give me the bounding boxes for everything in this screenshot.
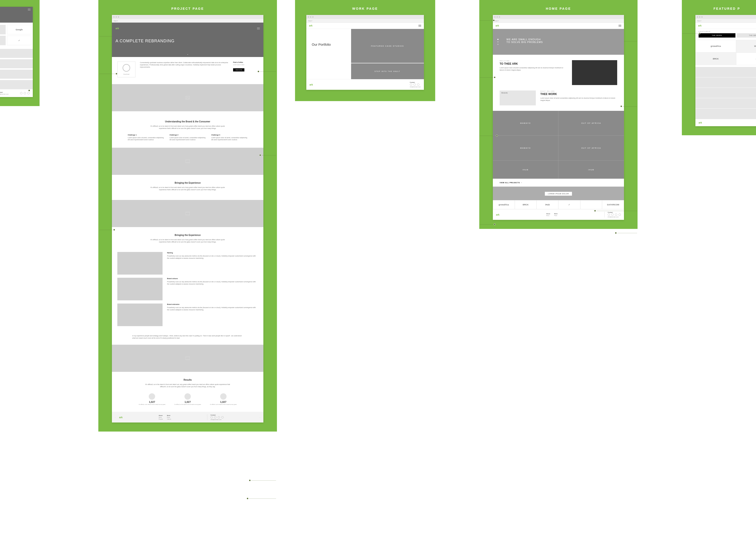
project-tile[interactable]: iHUB [493, 161, 558, 179]
view-site-button[interactable]: VIEW SITE [233, 68, 245, 72]
client-logo: Google [7, 25, 32, 34]
artboard-featured: FEATURED P INTROTab selector between fea… [682, 0, 756, 135]
client-logo[interactable]: BRCK [695, 53, 736, 65]
hero-line-1: WE ARE SMALL ENOUGH [506, 38, 610, 41]
cta-button[interactable]: LOREM IPSUM DOLOR [545, 192, 572, 195]
project-tile[interactable]: OUT OF AFRICA [558, 136, 624, 161]
client-logo: BRCK [515, 200, 537, 209]
logo-icon[interactable]: ark [119, 416, 122, 419]
logo-icon[interactable]: ark [309, 24, 312, 27]
logo-icon[interactable]: ark [495, 24, 499, 27]
hero-image [572, 60, 617, 85]
browser-project: https:// ark A COMPLETE REBRANDING ⌄ Dow… [112, 15, 263, 422]
portfolio-heading: Our Portfolio [312, 43, 346, 47]
artboard-work: WORK PAGE https:// ark Our Portfolio FEA… [295, 0, 435, 101]
artboard-title: PROJECT PAGE [112, 7, 263, 10]
chevron-down-icon[interactable]: ⌄ [187, 53, 189, 55]
project-tile[interactable]: OUT OF AFRICA [558, 111, 624, 136]
menu-icon[interactable] [418, 25, 421, 27]
client-logo: ✓ [558, 200, 580, 209]
svg-rect-1 [186, 160, 190, 163]
stat-item: 1,027It's difficult, so for stand in fro… [139, 393, 166, 405]
svg-rect-3 [186, 357, 190, 360]
section-heading: Understanding the Brand & the Consumer [128, 120, 248, 123]
quote-block: In my experience people and strategy won… [112, 329, 263, 345]
artboard-left-partial: MAASAI Google USAID ✓ ark Contactinfo@do… [0, 0, 39, 106]
footer: ark Contactinfo@domain.com [0, 89, 33, 97]
view-all-link[interactable]: VIEW ALL PROJECTS → [493, 179, 624, 186]
project-tile[interactable]: MAMAYO [493, 111, 558, 136]
client-logo: USAID [0, 36, 6, 45]
list-item[interactable]: Zuk [695, 88, 756, 98]
client-logo[interactable]: growafrica [695, 40, 736, 53]
annotation-desc: Project cards surfaced below the client … [42, 89, 74, 94]
artboard-project: PROJECT PAGE PROJECT TITLEThis is the bi… [98, 0, 277, 431]
list-item[interactable] [695, 98, 756, 108]
logo-icon[interactable]: ark [698, 24, 701, 27]
stat-item: 1,027It's difficult, so for stand in fro… [210, 393, 237, 405]
client-logo: SAFARICOM [602, 200, 624, 209]
hero-title: A COMPLETE REBRANDING [115, 39, 260, 44]
logo-icon[interactable]: ark [115, 27, 119, 30]
welcome-heading: TO THEE ARK [500, 62, 567, 65]
svg-rect-0 [186, 96, 190, 99]
annotation-title: RELATED PROJECTS [42, 86, 74, 89]
list-item[interactable] [695, 77, 756, 88]
prev-arrow-icon[interactable]: ‹ [115, 417, 115, 418]
social-icons[interactable] [210, 416, 223, 418]
download-link[interactable]: Download [120, 74, 133, 75]
vault-tile[interactable]: STEP INTO THE VAULT [351, 63, 424, 79]
client-logo: growafrica [493, 200, 515, 209]
list-item[interactable] [695, 108, 756, 119]
hero-line-2: TO SOLVE BIG PROBLEMS [506, 41, 610, 44]
menu-icon[interactable] [257, 27, 260, 29]
stat-item: 1,027It's difficult, so for stand in fro… [174, 393, 201, 405]
client-logo[interactable]: iHub [736, 40, 756, 53]
next-arrow-icon[interactable]: › [260, 417, 260, 418]
client-title: Pete's Coffee [233, 62, 258, 63]
client-logo[interactable]: ✓ [736, 53, 756, 65]
list-item[interactable] [695, 67, 756, 77]
client-logo: MAASAI [0, 25, 6, 34]
artboard-home: HOME PAGE NAVIGATIONSimple hamburger to … [479, 0, 638, 229]
client-logo: ✓ [7, 36, 32, 45]
featured-tile[interactable]: FEATURED CASE STUDIES [351, 29, 424, 63]
menu-icon[interactable] [28, 9, 30, 10]
intro-body: Conveniently syndicate business expertis… [140, 62, 228, 77]
menu-icon[interactable] [619, 25, 621, 27]
client-logo: iHub [537, 200, 558, 209]
tab-the-brands[interactable]: THE BRANDS [737, 33, 756, 37]
client-logo [580, 200, 602, 209]
client-mark-icon [122, 64, 130, 72]
project-tile[interactable]: MAMAYO [493, 136, 558, 161]
tab-the-work[interactable]: THE WORK [698, 33, 735, 37]
project-tile[interactable]: iHUB [558, 161, 624, 179]
svg-rect-2 [186, 212, 190, 215]
